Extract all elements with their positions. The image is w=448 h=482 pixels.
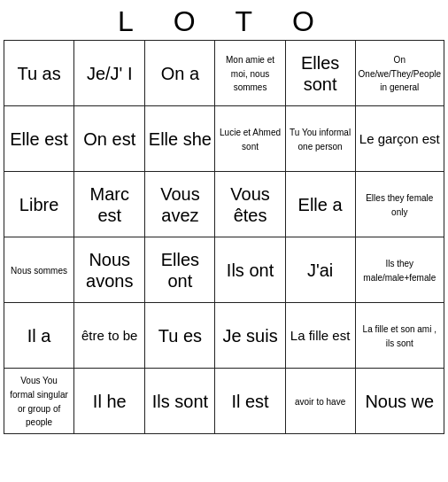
cell-r2-c0: Libre (4, 172, 74, 237)
cell-r4-c0: Il a (4, 303, 74, 369)
cell-r3-c0: Nous sommes (4, 237, 74, 303)
cell-r5-c3: Il est (215, 369, 285, 434)
cell-r2-c3: Vous êtes (215, 172, 285, 237)
cell-r2-c1: Marc est (74, 172, 145, 237)
cell-r0-c3: Mon amie et moi, nous sommes (215, 41, 285, 106)
cell-r4-c4: La fille est (285, 303, 355, 369)
bingo-grid: Tu asJe/J' IOn aMon amie et moi, nous so… (4, 40, 444, 434)
cell-r4-c2: Tu es (145, 303, 215, 369)
cell-r1-c0: Elle est (4, 106, 74, 172)
cell-r4-c3: Je suis (215, 303, 285, 369)
cell-r0-c0: Tu as (4, 41, 74, 106)
cell-r5-c4: avoir to have (285, 369, 355, 434)
cell-r5-c2: Ils sont (145, 369, 215, 434)
cell-r3-c5: Ils they male/male+female (355, 237, 444, 303)
cell-r0-c4: Elles sont (285, 41, 355, 106)
cell-r1-c1: On est (74, 106, 145, 172)
cell-r5-c1: Il he (74, 369, 145, 434)
cell-r2-c2: Vous avez (145, 172, 215, 237)
cell-r5-c5: Nous we (355, 369, 444, 434)
cell-r1-c4: Tu You informal one person (285, 106, 355, 172)
cell-r0-c1: Je/J' I (74, 41, 145, 106)
cell-r1-c2: Elle she (145, 106, 215, 172)
cell-r4-c1: être to be (74, 303, 145, 369)
cell-r3-c4: J'ai (285, 237, 355, 303)
cell-r4-c5: La fille et son ami , ils sont (355, 303, 444, 369)
cell-r3-c2: Elles ont (145, 237, 215, 303)
cell-r5-c0: Vous You formal singular or group of peo… (4, 369, 74, 434)
cell-r1-c5: Le garçon est (355, 106, 444, 172)
cell-r3-c3: Ils ont (215, 237, 285, 303)
cell-r3-c1: Nous avons (74, 237, 145, 303)
cell-r0-c2: On a (145, 41, 215, 106)
cell-r2-c5: Elles they female only (355, 172, 444, 237)
bingo-title: L O T O (0, 0, 448, 40)
cell-r2-c4: Elle a (285, 172, 355, 237)
cell-r0-c5: On One/we/They/People in general (355, 41, 444, 106)
cell-r1-c3: Lucie et Ahmed sont (215, 106, 285, 172)
